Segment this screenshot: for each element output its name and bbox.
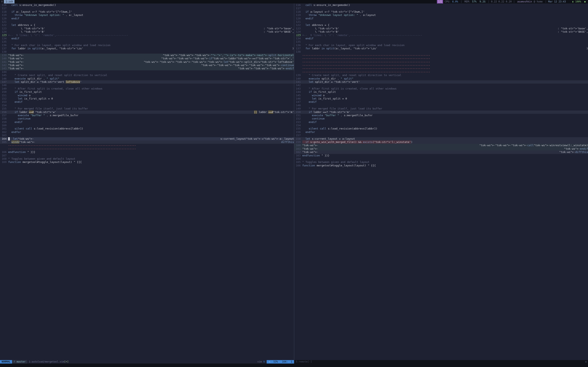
zoom-badge: [Z]	[437, 0, 443, 3]
left-code-area[interactable]: 116 call s:ensure_in_mergemode()117118 i…	[0, 3, 294, 360]
tmux-window-name[interactable]: 1:zsh	[4, 0, 15, 3]
statusline-right: 5:remote[-] ≡	[294, 360, 588, 364]
hamburger-icon: ≡	[585, 360, 587, 363]
bottom-bar	[0, 364, 588, 367]
scroll-percent: ↖ 53%	[267, 360, 280, 363]
datetime: Mar 12 23:43	[547, 0, 567, 3]
right-pane[interactable]: 116 call s:ensure_in_mergemode()117118 i…	[294, 3, 588, 364]
inactive-file-name: 5:remote[-]	[294, 360, 588, 363]
filetype: vim Ꮩ	[256, 360, 267, 363]
battery-percent: 100%	[574, 0, 582, 3]
left-pane[interactable]: 116 call s:ensure_in_mergemode()117118 i…	[0, 3, 294, 364]
file-name: 1:autoload/mergetool.vim[+]	[27, 360, 70, 363]
status-dot: ●	[582, 0, 588, 3]
git-branch: ᚠ master	[12, 360, 27, 363]
user-host: asamoshkin@home	[516, 0, 544, 3]
tmux-left: 0 1:zsh	[0, 0, 15, 3]
right-code-area[interactable]: 116 call s:ensure_in_mergemode()117118 i…	[294, 3, 588, 360]
vim-mode: NORMAL	[0, 360, 12, 363]
cursor-position: 164: 1	[280, 360, 294, 363]
tmux-right: [Z] CPU:6.0% | MEM:57% 9.2G | 0.22 0.22 …	[437, 0, 588, 3]
cpu-label: CPU:6.0%	[443, 0, 460, 3]
tmux-status-bar: 0 1:zsh [Z] CPU:6.0% | MEM:57% 9.2G | 0.…	[0, 0, 588, 3]
editor-split: 116 call s:ensure_in_mergemode()117118 i…	[0, 3, 588, 364]
statusline-left: NORMAL ᚠ master 1:autoload/mergetool.vim…	[0, 360, 294, 364]
battery-icon: ▮	[571, 0, 574, 3]
load-average: 0.22 0.22 0.20	[490, 0, 512, 3]
mem-label: MEM:57% 9.2G	[463, 0, 487, 3]
tmux-session-index: 0	[0, 0, 4, 3]
